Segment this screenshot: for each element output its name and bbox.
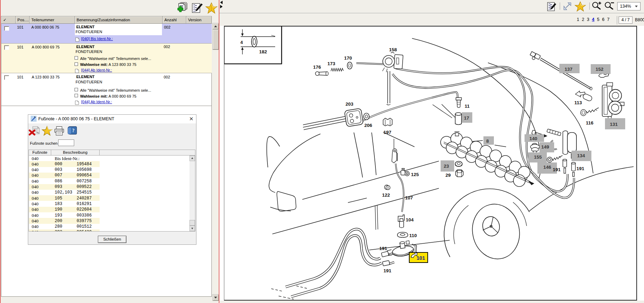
- svg-text:101: 101: [417, 255, 425, 261]
- svg-text:?: ?: [72, 128, 75, 133]
- svg-text:8: 8: [486, 138, 489, 144]
- svg-text:146: 146: [543, 165, 551, 170]
- svg-text:149: 149: [541, 144, 549, 150]
- svg-text:176: 176: [313, 65, 321, 70]
- svg-text:173: 173: [327, 61, 335, 66]
- svg-text:191: 191: [383, 268, 391, 273]
- svg-text:122: 122: [382, 192, 390, 198]
- svg-text:203: 203: [346, 101, 354, 107]
- svg-text:11: 11: [465, 104, 470, 109]
- svg-text:134: 134: [577, 153, 585, 158]
- svg-text:104: 104: [406, 217, 414, 222]
- svg-text:110: 110: [409, 233, 417, 238]
- svg-text:206: 206: [364, 123, 372, 128]
- svg-text:191: 191: [379, 246, 387, 251]
- svg-text:191: 191: [553, 167, 561, 172]
- svg-text:137: 137: [565, 67, 573, 72]
- svg-text:4: 4: [240, 40, 243, 45]
- svg-text:113: 113: [574, 100, 582, 105]
- svg-text:155: 155: [534, 154, 542, 160]
- svg-text:131: 131: [610, 122, 618, 127]
- svg-text:152: 152: [596, 67, 604, 72]
- svg-text:191: 191: [576, 166, 584, 171]
- svg-text:158: 158: [389, 47, 397, 52]
- svg-text:125: 125: [411, 172, 419, 177]
- svg-text:116: 116: [586, 120, 593, 126]
- svg-text:23: 23: [444, 164, 449, 169]
- svg-text:140: 140: [529, 136, 537, 141]
- svg-text:197: 197: [383, 130, 391, 135]
- svg-text:170: 170: [344, 55, 352, 61]
- svg-text:182: 182: [259, 49, 267, 54]
- svg-text:29: 29: [445, 173, 451, 178]
- svg-text:107: 107: [405, 195, 413, 200]
- svg-text:17: 17: [464, 115, 469, 121]
